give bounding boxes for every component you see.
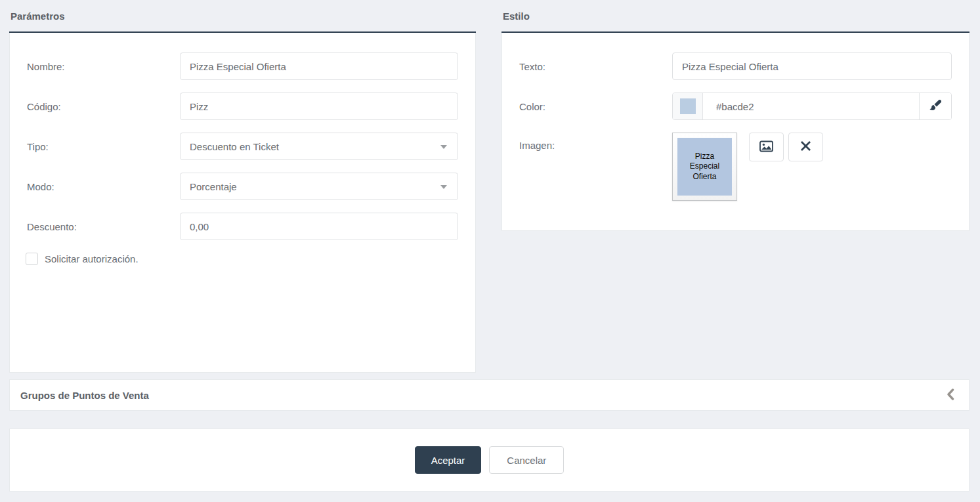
estilo-panel-title: Estilo — [501, 0, 969, 33]
modo-field-wrap: Porcentaje — [180, 173, 458, 200]
nombre-field-wrap — [180, 52, 458, 80]
nombre-row: Nombre: — [27, 52, 458, 80]
texto-row: Texto: — [519, 52, 952, 80]
color-swatch — [680, 98, 696, 114]
codigo-label: Código: — [27, 101, 180, 112]
caret-down-icon — [440, 185, 447, 189]
tipo-row: Tipo: Descuento en Ticket — [27, 133, 458, 160]
grupos-collapse-button[interactable] — [945, 387, 956, 404]
color-row: Color: — [519, 93, 952, 120]
imagen-preview-line: Especial — [690, 161, 719, 172]
parametros-panel-title: Parámetros — [9, 0, 476, 33]
imagen-label: Imagen: — [519, 140, 672, 151]
cancelar-button[interactable]: Cancelar — [489, 446, 564, 474]
solicitar-row: Solicitar autorización. — [26, 253, 458, 265]
parametros-panel: Parámetros Nombre: Código: Tipo: — [9, 0, 476, 373]
estilo-panel: Estilo Texto: Color: — [501, 0, 969, 231]
color-field-wrap — [672, 93, 952, 120]
page: Parámetros Nombre: Código: Tipo: — [0, 0, 980, 492]
descuento-input[interactable] — [180, 213, 458, 240]
modo-label: Modo: — [27, 181, 180, 192]
nombre-input[interactable] — [180, 52, 458, 80]
descuento-field-wrap — [180, 213, 458, 240]
select-image-button[interactable] — [749, 133, 784, 161]
caret-down-icon — [440, 145, 447, 149]
tipo-field-wrap: Descuento en Ticket — [180, 133, 458, 160]
parametros-panel-content: Nombre: Código: Tipo: Descuento en — [9, 33, 476, 373]
imagen-buttons — [749, 133, 823, 161]
image-icon — [759, 140, 773, 154]
solicitar-checkbox[interactable] — [26, 253, 38, 265]
modo-select[interactable]: Porcentaje — [180, 173, 458, 200]
color-swatch-addon — [673, 93, 703, 119]
top-row: Parámetros Nombre: Código: Tipo: — [9, 0, 969, 373]
grupos-bar: Grupos de Puntos de Venta — [9, 379, 969, 411]
imagen-preview-button: Pizza Especial Ofierta — [677, 138, 732, 196]
imagen-row: Imagen: Pizza Especial Ofierta — [519, 133, 952, 201]
imagen-preview-line: Ofierta — [692, 172, 716, 182]
remove-icon — [801, 141, 811, 153]
paintbrush-icon — [929, 100, 941, 114]
texto-label: Texto: — [519, 61, 672, 72]
color-input[interactable] — [703, 93, 919, 119]
chevron-left-icon — [947, 388, 954, 402]
codigo-field-wrap — [180, 93, 458, 120]
nombre-label: Nombre: — [27, 61, 180, 72]
descuento-label: Descuento: — [27, 221, 180, 232]
codigo-row: Código: — [27, 93, 458, 120]
color-input-group — [672, 93, 952, 120]
imagen-preview-line: Pizza — [695, 152, 714, 162]
footer-actions-panel: Aceptar Cancelar — [9, 429, 969, 492]
tipo-select-value: Descuento en Ticket — [190, 141, 279, 152]
imagen-preview: Pizza Especial Ofierta — [672, 133, 737, 201]
texto-field-wrap — [672, 52, 952, 80]
remove-image-button[interactable] — [788, 133, 823, 161]
color-picker-button[interactable] — [919, 93, 951, 119]
tipo-label: Tipo: — [27, 141, 180, 152]
texto-input[interactable] — [672, 52, 952, 80]
color-label: Color: — [519, 101, 672, 112]
grupos-title: Grupos de Puntos de Venta — [20, 390, 945, 401]
modo-select-value: Porcentaje — [190, 181, 237, 192]
imagen-field-wrap: Pizza Especial Ofierta — [672, 133, 952, 201]
solicitar-label: Solicitar autorización. — [45, 253, 138, 264]
estilo-panel-content: Texto: Color: — [501, 33, 969, 231]
aceptar-button[interactable]: Aceptar — [415, 446, 482, 474]
tipo-select[interactable]: Descuento en Ticket — [180, 133, 458, 160]
codigo-input[interactable] — [180, 93, 458, 120]
descuento-row: Descuento: — [27, 213, 458, 240]
modo-row: Modo: Porcentaje — [27, 173, 458, 200]
